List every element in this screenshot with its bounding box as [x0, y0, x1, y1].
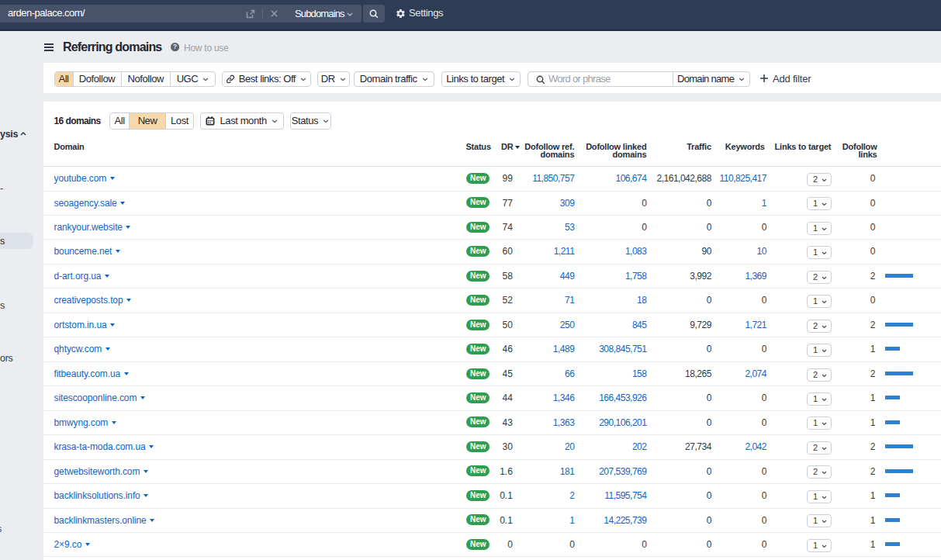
svg-text:?: ?: [173, 43, 177, 50]
